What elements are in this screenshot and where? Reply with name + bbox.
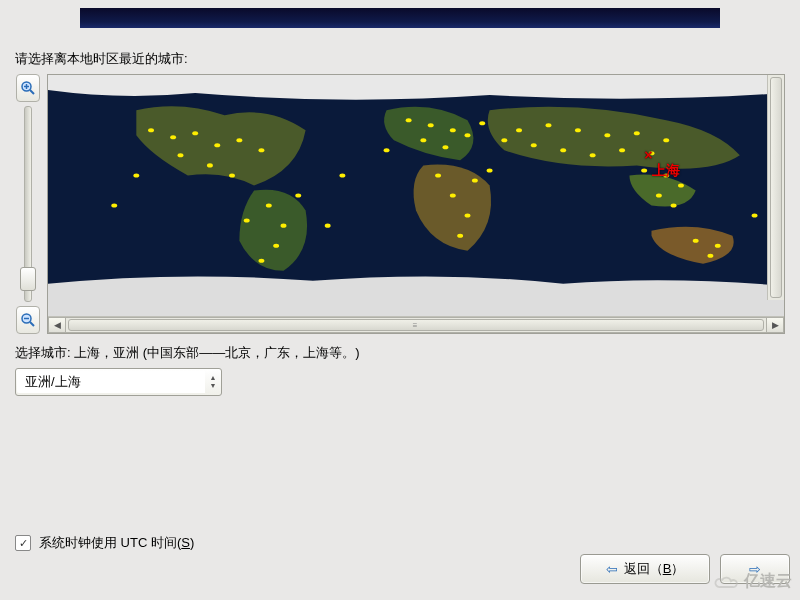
svg-point-35 bbox=[516, 128, 522, 132]
svg-point-51 bbox=[715, 244, 721, 248]
world-map-svg bbox=[48, 75, 784, 316]
svg-point-45 bbox=[641, 168, 647, 172]
next-button[interactable]: ⇨ bbox=[720, 554, 790, 584]
zoom-in-icon bbox=[20, 80, 36, 96]
svg-point-60 bbox=[325, 224, 331, 228]
svg-point-19 bbox=[273, 244, 279, 248]
svg-point-9 bbox=[170, 135, 176, 139]
svg-point-14 bbox=[178, 153, 184, 157]
svg-point-21 bbox=[295, 193, 301, 197]
svg-point-37 bbox=[575, 128, 581, 132]
svg-point-54 bbox=[501, 138, 507, 142]
zoom-slider-track[interactable] bbox=[24, 106, 32, 302]
zoom-out-button[interactable] bbox=[16, 306, 40, 334]
back-button[interactable]: ⇦ 返回（B） bbox=[580, 554, 710, 584]
arrow-right-icon: ⇨ bbox=[749, 561, 761, 577]
svg-point-38 bbox=[604, 133, 610, 137]
combobox-stepper-icon: ▲▼ bbox=[205, 374, 221, 390]
selected-city-map-label: 上海 bbox=[652, 162, 680, 180]
svg-point-56 bbox=[133, 173, 139, 177]
svg-point-49 bbox=[671, 204, 677, 208]
svg-point-61 bbox=[384, 148, 390, 152]
timezone-prompt-label: 请选择离本地时区最近的城市: bbox=[15, 50, 785, 68]
selected-city-label: 选择城市: 上海，亚洲 (中国东部——北京，广东，上海等。) bbox=[15, 344, 785, 362]
content-area: 请选择离本地时区最近的城市: bbox=[15, 50, 785, 396]
zoom-in-button[interactable] bbox=[16, 74, 40, 102]
svg-point-13 bbox=[258, 148, 264, 152]
utc-checkbox-label: 系统时钟使用 UTC 时间(S) bbox=[39, 534, 194, 552]
timezone-combobox[interactable]: 亚洲/上海 ▲▼ bbox=[15, 368, 222, 396]
svg-point-16 bbox=[229, 173, 235, 177]
svg-point-42 bbox=[590, 153, 596, 157]
map-vertical-scrollbar[interactable] bbox=[767, 75, 784, 300]
svg-point-31 bbox=[465, 214, 471, 218]
map-horizontal-scrollbar-thumb[interactable]: ≡ bbox=[68, 319, 764, 331]
svg-point-27 bbox=[442, 145, 448, 149]
map-frame: × 上海 ◀ ≡ ▶ bbox=[47, 74, 785, 334]
svg-point-40 bbox=[663, 138, 669, 142]
svg-point-25 bbox=[450, 128, 456, 132]
svg-point-41 bbox=[560, 148, 566, 152]
svg-point-28 bbox=[465, 133, 471, 137]
svg-point-32 bbox=[457, 234, 463, 238]
svg-point-58 bbox=[752, 214, 758, 218]
svg-point-10 bbox=[192, 131, 198, 135]
navigation-button-bar: ⇦ 返回（B） ⇨ bbox=[580, 554, 790, 584]
map-horizontal-scrollbar[interactable]: ◀ ≡ ▶ bbox=[48, 316, 784, 333]
world-map[interactable]: × 上海 bbox=[48, 75, 784, 316]
svg-point-17 bbox=[266, 204, 272, 208]
svg-point-33 bbox=[472, 178, 478, 182]
svg-point-22 bbox=[244, 219, 250, 223]
zoom-out-icon bbox=[20, 312, 36, 328]
scroll-right-button[interactable]: ▶ bbox=[766, 317, 784, 333]
zoom-slider-thumb[interactable] bbox=[20, 267, 36, 291]
timezone-combobox-value: 亚洲/上海 bbox=[17, 371, 205, 393]
svg-point-30 bbox=[450, 193, 456, 197]
svg-point-24 bbox=[428, 123, 434, 127]
svg-point-12 bbox=[236, 138, 242, 142]
svg-point-59 bbox=[339, 173, 345, 177]
svg-point-52 bbox=[707, 254, 713, 258]
utc-checkbox[interactable]: ✓ bbox=[15, 535, 31, 551]
svg-point-23 bbox=[406, 118, 412, 122]
svg-point-11 bbox=[214, 143, 220, 147]
utc-option-row: ✓ 系统时钟使用 UTC 时间(S) bbox=[15, 534, 194, 552]
svg-point-18 bbox=[281, 224, 287, 228]
svg-point-15 bbox=[207, 163, 213, 167]
svg-point-34 bbox=[487, 168, 493, 172]
svg-point-47 bbox=[678, 183, 684, 187]
svg-point-39 bbox=[634, 131, 640, 135]
back-button-label: 返回（B） bbox=[624, 560, 685, 578]
arrow-left-icon: ⇦ bbox=[606, 561, 618, 577]
svg-point-48 bbox=[656, 193, 662, 197]
svg-point-26 bbox=[420, 138, 426, 142]
map-vertical-scrollbar-thumb[interactable] bbox=[770, 77, 782, 298]
zoom-control bbox=[15, 74, 41, 334]
svg-point-53 bbox=[531, 143, 537, 147]
svg-point-57 bbox=[111, 204, 117, 208]
svg-line-1 bbox=[30, 90, 34, 94]
svg-point-43 bbox=[619, 148, 625, 152]
svg-point-29 bbox=[435, 173, 441, 177]
svg-point-20 bbox=[258, 259, 264, 263]
svg-point-55 bbox=[479, 121, 485, 125]
header-banner bbox=[80, 8, 720, 28]
svg-point-36 bbox=[546, 123, 552, 127]
map-horizontal-scrollbar-track[interactable]: ≡ bbox=[66, 317, 766, 333]
scroll-left-button[interactable]: ◀ bbox=[48, 317, 66, 333]
map-area: × 上海 ◀ ≡ ▶ bbox=[15, 74, 785, 334]
svg-point-50 bbox=[693, 239, 699, 243]
svg-point-8 bbox=[148, 128, 154, 132]
svg-line-5 bbox=[30, 322, 34, 326]
